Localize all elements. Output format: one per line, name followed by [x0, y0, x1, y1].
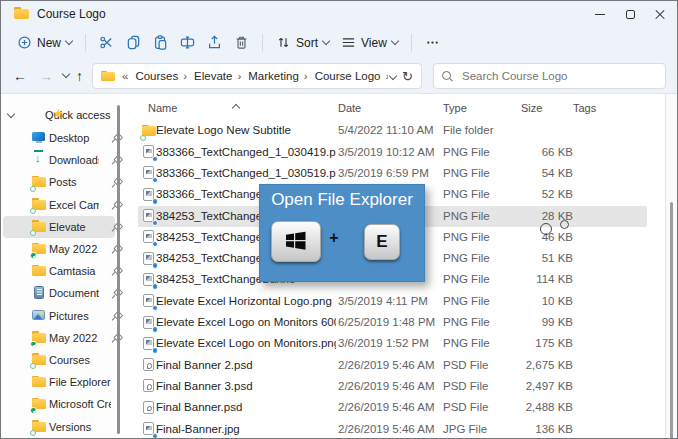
table-row[interactable]: Final Banner 3.psd 2/26/2019 5:46 AM PSD… — [138, 376, 647, 397]
breadcrumb-separator: › — [302, 70, 310, 82]
window-title: Course Logo — [37, 7, 106, 21]
table-row[interactable]: 383366_TextChanged_1_030519.png 3/5/2019… — [138, 163, 647, 184]
sidebar-scrollbar[interactable] — [117, 105, 120, 434]
sidebar-item-label: Camtasia Studio — [49, 265, 99, 277]
sidebar-item[interactable]: Downloads — [3, 149, 115, 171]
new-button-label: New — [37, 36, 61, 50]
address-dropdown-icon[interactable] — [389, 72, 397, 80]
sidebar-item-icon — [31, 352, 47, 367]
sidebar-item[interactable]: Posts — [3, 171, 115, 193]
sidebar-item[interactable]: Excel Campus — [3, 194, 115, 216]
windows-logo-icon — [284, 229, 308, 255]
cut-button[interactable] — [93, 31, 120, 54]
sidebar-item-label: Courses — [49, 354, 111, 366]
sidebar-item[interactable]: May 2022 — [3, 238, 115, 260]
sidebar-item[interactable]: Pictures — [3, 305, 115, 327]
sidebar-item[interactable]: Documents — [3, 282, 115, 304]
more-options-button[interactable] — [419, 31, 446, 54]
file-date: 2/26/2019 5:46 AM — [338, 397, 435, 418]
sidebar-item[interactable]: Microsoft Creators W — [3, 393, 115, 415]
folder-icon — [14, 7, 29, 20]
file-date: 6/25/2019 1:48 PM — [338, 312, 435, 333]
search-input[interactable] — [460, 69, 657, 83]
sidebar-item-label: Excel Campus — [49, 199, 99, 211]
toolbar-divider — [262, 34, 263, 52]
chevron-down-icon — [65, 37, 73, 45]
delete-button[interactable] — [228, 31, 255, 54]
file-size: 136 KB — [493, 419, 573, 439]
breadcrumb-item[interactable]: Elevate — [191, 69, 235, 83]
sidebar-item[interactable]: May 2022 Event — [3, 327, 115, 349]
paste-icon — [153, 35, 168, 50]
sidebar-item[interactable]: File Explorer Shortcut — [3, 371, 115, 393]
sidebar-item-icon — [31, 175, 47, 190]
file-size: 54 KB — [493, 163, 573, 184]
sidebar-item-icon — [31, 419, 47, 434]
table-row[interactable]: Elevate Excel Logo on Monitors 600.png 6… — [138, 312, 647, 333]
folder-icon — [101, 71, 115, 82]
sidebar-item-icon — [31, 397, 47, 412]
breadcrumb-overflow[interactable]: « — [122, 70, 128, 82]
close-button[interactable] — [645, 1, 675, 27]
file-type: PSD File — [443, 376, 488, 397]
sidebar-item[interactable]: Desktop — [3, 127, 115, 149]
expand-chevron-icon[interactable] — [7, 109, 15, 117]
share-button[interactable] — [201, 31, 228, 54]
up-button[interactable]: ↑ — [76, 67, 83, 85]
file-name: Final-Banner.jpg — [156, 419, 240, 439]
column-header-tags[interactable]: Tags — [573, 102, 596, 114]
sidebar-list: Desktop Downloads Posts Excel Campus — [1, 127, 117, 438]
file-name: Final Banner 2.psd — [156, 355, 253, 376]
history-chevron-icon[interactable] — [62, 70, 70, 78]
sidebar-item-label: Versions — [49, 421, 111, 433]
table-row[interactable]: Final-Banner.jpg 2/26/2019 5:46 AM JPG F… — [138, 419, 647, 439]
file-date: 3/6/2019 1:52 PM — [338, 333, 429, 354]
file-type-icon — [141, 316, 157, 331]
file-type-icon — [141, 209, 157, 224]
sidebar-item-label: Microsoft Creators W — [49, 398, 111, 410]
paste-button[interactable] — [147, 31, 174, 54]
column-header-type[interactable]: Type — [443, 102, 467, 114]
sidebar-item-quick-access[interactable]: Quick access — [1, 103, 117, 127]
sidebar-item[interactable]: Courses — [3, 349, 115, 371]
file-list-scrollbar-thumb[interactable] — [670, 202, 673, 439]
search-box[interactable] — [433, 63, 666, 89]
back-button[interactable]: ← — [13, 67, 27, 85]
breadcrumb-bar[interactable]: « Courses › Elevate › Marketing › Course… — [92, 63, 422, 89]
column-header-size[interactable]: Size — [521, 102, 542, 114]
file-size: 46 KB — [493, 227, 573, 248]
table-row[interactable]: Elevate Excel Logo on Monitors.png 3/6/2… — [138, 333, 647, 354]
copy-button[interactable] — [120, 31, 147, 54]
sidebar-item-icon — [31, 197, 47, 212]
table-row[interactable]: Final Banner 2.psd 2/26/2019 5:46 AM PSD… — [138, 355, 647, 376]
breadcrumb-item[interactable]: Course Logo — [312, 69, 384, 83]
forward-button[interactable]: → — [39, 67, 53, 85]
e-key-label: E — [376, 232, 387, 252]
file-type: PNG File — [443, 206, 490, 227]
sort-button-label: Sort — [296, 36, 318, 50]
column-header-name[interactable]: Name — [148, 102, 177, 114]
maximize-button[interactable] — [615, 1, 645, 27]
view-button[interactable]: View — [335, 31, 404, 54]
sidebar-item[interactable]: Camtasia Studio — [3, 260, 115, 282]
sidebar-item-icon — [31, 330, 47, 345]
breadcrumb-item[interactable]: Marketing — [245, 69, 302, 83]
sidebar-item[interactable]: Versions — [3, 415, 115, 437]
rename-icon — [180, 35, 195, 50]
rename-button[interactable] — [174, 31, 201, 54]
minimize-button[interactable] — [585, 1, 615, 27]
refresh-icon[interactable]: ↻ — [402, 69, 413, 84]
sidebar-item[interactable]: Elevate — [3, 216, 115, 238]
sort-button[interactable]: Sort — [270, 31, 335, 54]
table-row[interactable]: Elevate Excel Horizontal Logo.png 3/5/20… — [138, 291, 647, 312]
table-row[interactable]: 383366_TextChanged_1_030419.png 3/5/2019… — [138, 142, 647, 163]
file-list-scrollbar-track[interactable] — [665, 94, 677, 438]
table-row[interactable]: Final Banner.psd 2/26/2019 5:46 AM PSD F… — [138, 397, 647, 418]
file-size: 175 KB — [493, 333, 573, 354]
breadcrumb-item[interactable]: Courses — [132, 69, 181, 83]
table-row[interactable]: Elevate Logo New Subtitle 5/4/2022 11:10… — [138, 120, 647, 141]
file-date: 3/5/2019 10:12 AM — [338, 142, 435, 163]
file-size: 2,675 KB — [493, 355, 573, 376]
new-button[interactable]: New — [11, 31, 78, 54]
column-header-date[interactable]: Date — [338, 102, 361, 114]
